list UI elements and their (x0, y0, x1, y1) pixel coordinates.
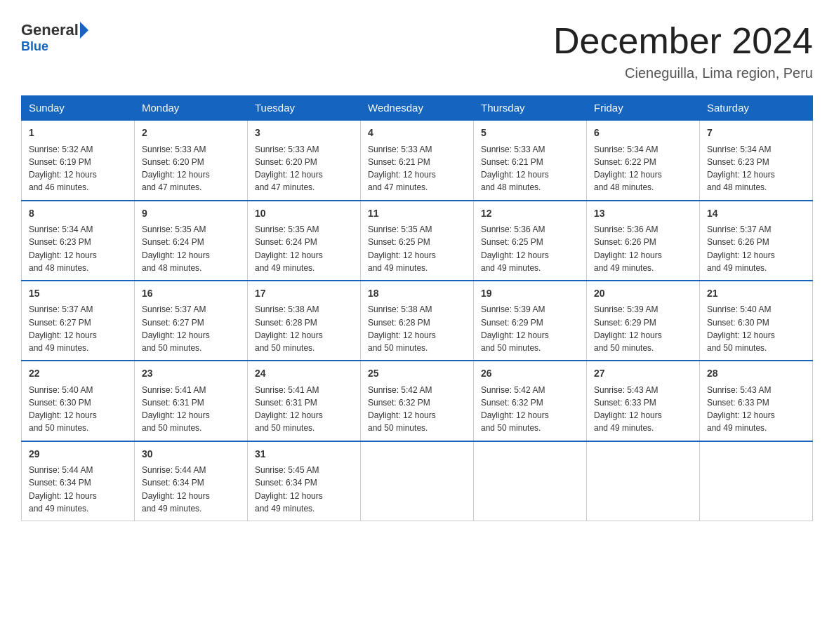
calendar-cell (587, 441, 700, 521)
day-info: Sunrise: 5:35 AMSunset: 6:24 PMDaylight:… (142, 224, 210, 273)
day-number: 27 (594, 367, 692, 381)
calendar-cell: 17 Sunrise: 5:38 AMSunset: 6:28 PMDaylig… (248, 281, 361, 361)
calendar-header-row: SundayMondayTuesdayWednesdayThursdayFrid… (22, 96, 813, 121)
day-number: 18 (368, 287, 466, 301)
day-info: Sunrise: 5:41 AMSunset: 6:31 PMDaylight:… (255, 385, 323, 434)
calendar-cell: 14 Sunrise: 5:37 AMSunset: 6:26 PMDaylig… (700, 201, 813, 281)
calendar-cell: 26 Sunrise: 5:42 AMSunset: 6:32 PMDaylig… (474, 361, 587, 441)
day-number: 30 (142, 448, 240, 462)
calendar-cell: 28 Sunrise: 5:43 AMSunset: 6:33 PMDaylig… (700, 361, 813, 441)
day-info: Sunrise: 5:33 AMSunset: 6:20 PMDaylight:… (142, 145, 210, 193)
calendar-cell: 15 Sunrise: 5:37 AMSunset: 6:27 PMDaylig… (22, 281, 135, 361)
calendar-cell (474, 441, 587, 521)
calendar-cell: 13 Sunrise: 5:36 AMSunset: 6:26 PMDaylig… (587, 201, 700, 281)
day-info: Sunrise: 5:36 AMSunset: 6:25 PMDaylight:… (481, 224, 549, 273)
calendar-cell: 25 Sunrise: 5:42 AMSunset: 6:32 PMDaylig… (361, 361, 474, 441)
calendar-cell: 2 Sunrise: 5:33 AMSunset: 6:20 PMDayligh… (135, 120, 248, 200)
day-number: 22 (29, 367, 127, 381)
day-number: 19 (481, 287, 579, 301)
day-number: 3 (255, 126, 353, 140)
calendar-cell: 8 Sunrise: 5:34 AMSunset: 6:23 PMDayligh… (22, 201, 135, 281)
day-info: Sunrise: 5:37 AMSunset: 6:26 PMDaylight:… (707, 224, 775, 273)
page-header: General Blue December 2024 Cieneguilla, … (21, 21, 813, 81)
title-area: December 2024 Cieneguilla, Lima region, … (553, 21, 813, 81)
day-info: Sunrise: 5:34 AMSunset: 6:23 PMDaylight:… (707, 145, 775, 193)
day-info: Sunrise: 5:43 AMSunset: 6:33 PMDaylight:… (707, 385, 775, 434)
calendar-cell: 23 Sunrise: 5:41 AMSunset: 6:31 PMDaylig… (135, 361, 248, 441)
day-number: 15 (29, 287, 127, 301)
day-number: 29 (29, 448, 127, 462)
day-number: 6 (594, 126, 692, 140)
calendar-cell: 3 Sunrise: 5:33 AMSunset: 6:20 PMDayligh… (248, 120, 361, 200)
calendar-cell: 18 Sunrise: 5:38 AMSunset: 6:28 PMDaylig… (361, 281, 474, 361)
calendar-cell: 12 Sunrise: 5:36 AMSunset: 6:25 PMDaylig… (474, 201, 587, 281)
calendar-week-row: 8 Sunrise: 5:34 AMSunset: 6:23 PMDayligh… (22, 201, 813, 281)
logo-triangle-icon (80, 22, 88, 39)
day-number: 4 (368, 126, 466, 140)
day-info: Sunrise: 5:42 AMSunset: 6:32 PMDaylight:… (368, 385, 436, 434)
day-info: Sunrise: 5:33 AMSunset: 6:21 PMDaylight:… (481, 145, 549, 193)
day-number: 23 (142, 367, 240, 381)
day-info: Sunrise: 5:33 AMSunset: 6:20 PMDaylight:… (255, 145, 323, 193)
calendar-week-row: 1 Sunrise: 5:32 AMSunset: 6:19 PMDayligh… (22, 120, 813, 200)
calendar-cell: 24 Sunrise: 5:41 AMSunset: 6:31 PMDaylig… (248, 361, 361, 441)
calendar-cell: 29 Sunrise: 5:44 AMSunset: 6:34 PMDaylig… (22, 441, 135, 521)
day-number: 11 (368, 207, 466, 221)
calendar-cell: 7 Sunrise: 5:34 AMSunset: 6:23 PMDayligh… (700, 120, 813, 200)
header-tuesday: Tuesday (248, 96, 361, 121)
calendar-cell: 4 Sunrise: 5:33 AMSunset: 6:21 PMDayligh… (361, 120, 474, 200)
day-info: Sunrise: 5:40 AMSunset: 6:30 PMDaylight:… (707, 304, 775, 353)
day-number: 12 (481, 207, 579, 221)
day-info: Sunrise: 5:37 AMSunset: 6:27 PMDaylight:… (29, 304, 97, 353)
day-info: Sunrise: 5:35 AMSunset: 6:25 PMDaylight:… (368, 224, 436, 273)
day-info: Sunrise: 5:37 AMSunset: 6:27 PMDaylight:… (142, 304, 210, 353)
calendar-cell: 10 Sunrise: 5:35 AMSunset: 6:24 PMDaylig… (248, 201, 361, 281)
day-number: 17 (255, 287, 353, 301)
day-number: 28 (707, 367, 805, 381)
logo-blue: Blue (21, 39, 48, 54)
day-number: 5 (481, 126, 579, 140)
day-info: Sunrise: 5:34 AMSunset: 6:23 PMDaylight:… (29, 224, 97, 273)
day-info: Sunrise: 5:38 AMSunset: 6:28 PMDaylight:… (368, 304, 436, 353)
calendar-cell: 11 Sunrise: 5:35 AMSunset: 6:25 PMDaylig… (361, 201, 474, 281)
calendar-cell (700, 441, 813, 521)
day-number: 16 (142, 287, 240, 301)
day-number: 14 (707, 207, 805, 221)
day-info: Sunrise: 5:38 AMSunset: 6:28 PMDaylight:… (255, 304, 323, 353)
calendar-week-row: 22 Sunrise: 5:40 AMSunset: 6:30 PMDaylig… (22, 361, 813, 441)
header-saturday: Saturday (700, 96, 813, 121)
calendar-cell: 1 Sunrise: 5:32 AMSunset: 6:19 PMDayligh… (22, 120, 135, 200)
logo: General Blue (21, 21, 90, 54)
calendar-cell: 19 Sunrise: 5:39 AMSunset: 6:29 PMDaylig… (474, 281, 587, 361)
day-info: Sunrise: 5:36 AMSunset: 6:26 PMDaylight:… (594, 224, 662, 273)
day-number: 25 (368, 367, 466, 381)
calendar-cell: 9 Sunrise: 5:35 AMSunset: 6:24 PMDayligh… (135, 201, 248, 281)
day-info: Sunrise: 5:43 AMSunset: 6:33 PMDaylight:… (594, 385, 662, 434)
day-number: 13 (594, 207, 692, 221)
header-thursday: Thursday (474, 96, 587, 121)
day-info: Sunrise: 5:35 AMSunset: 6:24 PMDaylight:… (255, 224, 323, 273)
calendar-cell: 20 Sunrise: 5:39 AMSunset: 6:29 PMDaylig… (587, 281, 700, 361)
day-number: 8 (29, 207, 127, 221)
day-number: 20 (594, 287, 692, 301)
subtitle: Cieneguilla, Lima region, Peru (553, 65, 813, 81)
day-number: 10 (255, 207, 353, 221)
main-title: December 2024 (553, 21, 813, 61)
day-info: Sunrise: 5:41 AMSunset: 6:31 PMDaylight:… (142, 385, 210, 434)
day-info: Sunrise: 5:32 AMSunset: 6:19 PMDaylight:… (29, 145, 97, 193)
day-info: Sunrise: 5:34 AMSunset: 6:22 PMDaylight:… (594, 145, 662, 193)
calendar-cell: 5 Sunrise: 5:33 AMSunset: 6:21 PMDayligh… (474, 120, 587, 200)
day-number: 1 (29, 126, 127, 140)
day-info: Sunrise: 5:45 AMSunset: 6:34 PMDaylight:… (255, 465, 323, 514)
day-number: 2 (142, 126, 240, 140)
calendar-table: SundayMondayTuesdayWednesdayThursdayFrid… (21, 95, 813, 521)
day-info: Sunrise: 5:39 AMSunset: 6:29 PMDaylight:… (481, 304, 549, 353)
day-number: 24 (255, 367, 353, 381)
calendar-week-row: 15 Sunrise: 5:37 AMSunset: 6:27 PMDaylig… (22, 281, 813, 361)
day-info: Sunrise: 5:39 AMSunset: 6:29 PMDaylight:… (594, 304, 662, 353)
calendar-cell: 21 Sunrise: 5:40 AMSunset: 6:30 PMDaylig… (700, 281, 813, 361)
day-number: 31 (255, 448, 353, 462)
calendar-cell (361, 441, 474, 521)
day-number: 26 (481, 367, 579, 381)
calendar-cell: 22 Sunrise: 5:40 AMSunset: 6:30 PMDaylig… (22, 361, 135, 441)
